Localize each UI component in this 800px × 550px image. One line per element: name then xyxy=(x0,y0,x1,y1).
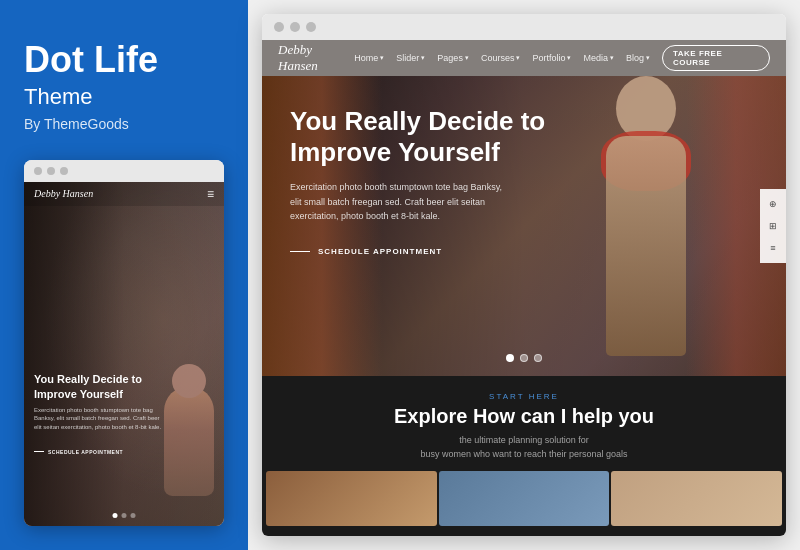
main-dot-3[interactable] xyxy=(534,354,542,362)
nav-links: Home ▾ Slider ▾ Pages ▾ Courses ▾ Portfo… xyxy=(354,45,770,71)
main-dot-1[interactable] xyxy=(506,354,514,362)
sidebar-search-icon[interactable]: ⊕ xyxy=(766,197,780,211)
mini-hero: Debby Hansen ≡ You Really Decide to Impr… xyxy=(24,182,224,526)
main-hero-text: You Really Decide to Improve Yourself Ex… xyxy=(290,106,550,256)
main-nav-logo: Debby Hansen xyxy=(278,42,354,74)
lower-sub2: busy women who want to reach their perso… xyxy=(262,448,786,462)
lower-start: START HERE Explore How can I help you th… xyxy=(262,392,786,461)
mini-browser-content: Debby Hansen ≡ You Really Decide to Impr… xyxy=(24,182,224,526)
main-hero-body: Exercitation photo booth stumptown tote … xyxy=(290,180,510,223)
main-dot-green xyxy=(306,22,316,32)
bottom-image-row xyxy=(262,471,786,526)
sidebar-list-icon[interactable]: ≡ xyxy=(766,241,780,255)
mini-dot-3[interactable] xyxy=(131,513,136,518)
nav-home[interactable]: Home ▾ xyxy=(354,53,384,63)
mini-site-header: Debby Hansen ≡ xyxy=(24,182,224,206)
mini-cta-button[interactable]: SCHEDULE APPOINTMENT xyxy=(34,449,123,455)
main-hero: ⊕ ⊞ ≡ You Really Decide to Improve Yours… xyxy=(262,76,786,376)
nav-media[interactable]: Media ▾ xyxy=(583,53,614,63)
mini-dot-2[interactable] xyxy=(122,513,127,518)
dot-red xyxy=(34,167,42,175)
left-panel: Dot Life Theme By ThemeGoods Debby Hanse… xyxy=(0,0,248,550)
lower-headline: Explore How can I help you xyxy=(262,405,786,428)
mini-person-figure xyxy=(164,386,214,496)
bottom-img-3 xyxy=(611,471,782,526)
theme-by: By ThemeGoods xyxy=(24,116,224,132)
mini-logo: Debby Hansen xyxy=(34,188,93,199)
nav-cta-button[interactable]: TAKE FREE COURSE xyxy=(662,45,770,71)
mini-slide-dots xyxy=(113,513,136,518)
nav-pages[interactable]: Pages ▾ xyxy=(437,53,469,63)
main-dot-yellow xyxy=(290,22,300,32)
dot-yellow xyxy=(47,167,55,175)
main-lower-section: START HERE Explore How can I help you th… xyxy=(262,376,786,536)
hero-sidebar-icons: ⊕ ⊞ ≡ xyxy=(760,189,786,263)
mini-hamburger-icon[interactable]: ≡ xyxy=(207,187,214,201)
mini-body: Exercitation photo booth stumptown tote … xyxy=(34,406,164,431)
person-body xyxy=(606,136,686,356)
dot-green xyxy=(60,167,68,175)
mini-browser-bar xyxy=(24,160,224,182)
nav-portfolio[interactable]: Portfolio ▾ xyxy=(532,53,571,63)
nav-blog[interactable]: Blog ▾ xyxy=(626,53,650,63)
main-slide-dots xyxy=(506,354,542,362)
bottom-img-2 xyxy=(439,471,610,526)
lower-sub1: the ultimate planning solution for xyxy=(262,434,786,448)
bottom-img-1 xyxy=(266,471,437,526)
mini-dot-1[interactable] xyxy=(113,513,118,518)
mini-headline: You Really Decide to Improve Yourself xyxy=(34,372,164,401)
main-browser-content: Debby Hansen Home ▾ Slider ▾ Pages ▾ Cou… xyxy=(262,40,786,536)
nav-slider[interactable]: Slider ▾ xyxy=(396,53,425,63)
mini-hero-text: You Really Decide to Improve Yourself Ex… xyxy=(34,372,164,456)
main-browser-bar xyxy=(262,14,786,40)
right-panel: Debby Hansen Home ▾ Slider ▾ Pages ▾ Cou… xyxy=(248,0,800,550)
hero-person xyxy=(586,76,706,356)
main-dot-2[interactable] xyxy=(520,354,528,362)
theme-title: Dot Life xyxy=(24,40,224,80)
sidebar-grid-icon[interactable]: ⊞ xyxy=(766,219,780,233)
main-browser: Debby Hansen Home ▾ Slider ▾ Pages ▾ Cou… xyxy=(262,14,786,536)
nav-courses[interactable]: Courses ▾ xyxy=(481,53,521,63)
mini-browser-card: Debby Hansen ≡ You Really Decide to Impr… xyxy=(24,160,224,526)
main-nav: Debby Hansen Home ▾ Slider ▾ Pages ▾ Cou… xyxy=(262,40,786,76)
main-dot-red xyxy=(274,22,284,32)
start-here-label: START HERE xyxy=(262,392,786,401)
theme-subtitle: Theme xyxy=(24,84,224,110)
main-hero-headline: You Really Decide to Improve Yourself xyxy=(290,106,550,168)
main-hero-cta-button[interactable]: SCHEDULE APPOINTMENT xyxy=(290,247,442,256)
